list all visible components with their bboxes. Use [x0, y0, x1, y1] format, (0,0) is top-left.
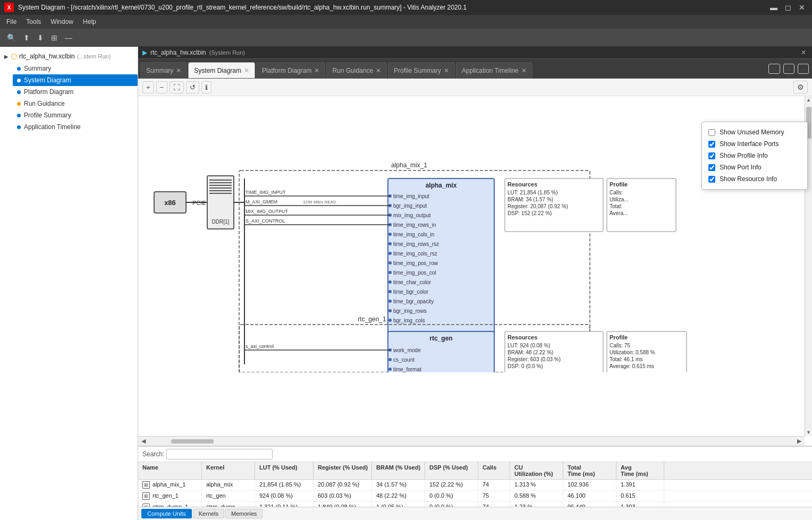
- settings-popup: Show Unused Memory Show Interface Ports …: [701, 122, 808, 190]
- layout-btn[interactable]: ⊞: [48, 32, 60, 44]
- tab-platform-diagram[interactable]: Platform Diagram ✕: [256, 62, 325, 78]
- view-layout-btn2[interactable]: ⊞: [783, 64, 794, 74]
- resources2-reg: Register: 603 (0.03 %): [508, 356, 561, 362]
- refresh-btn[interactable]: ↺: [186, 81, 199, 93]
- svg-point-26: [388, 290, 392, 293]
- fit-btn[interactable]: ⛶: [170, 81, 184, 93]
- tab-app-timeline[interactable]: Application Timeline ✕: [456, 62, 532, 78]
- tree-collapse-arrow[interactable]: ▶: [4, 54, 9, 59]
- resources1-dsp: DSP: 152 (2.22 %): [508, 210, 552, 216]
- wire-mix-img-label: MIX_IMG_OUTPUT: [246, 209, 289, 214]
- project-tab-sub: (System Run): [209, 49, 245, 56]
- search-toolbar-btn[interactable]: 🔍: [4, 32, 19, 44]
- minimize-btn[interactable]: ▬: [767, 2, 780, 13]
- collapse-btn[interactable]: ⬆: [21, 32, 32, 44]
- sidebar-item-platform-diagram[interactable]: Platform Diagram: [13, 86, 138, 98]
- minus-btn[interactable]: —: [62, 32, 75, 44]
- cb-unused-memory[interactable]: [708, 129, 715, 136]
- project-tab-close[interactable]: ✕: [799, 49, 808, 56]
- close-btn[interactable]: ✕: [796, 2, 808, 13]
- settings-gear-btn[interactable]: ⚙: [793, 81, 808, 93]
- svg-text:bgr_img_input: bgr_img_input: [393, 203, 427, 209]
- maximize-btn[interactable]: ◻: [782, 2, 794, 13]
- h-scrollbar[interactable]: ◀ ▶: [138, 436, 805, 446]
- view-layout-btn3[interactable]: ⤢: [798, 64, 809, 74]
- cb-port-info[interactable]: [708, 164, 715, 171]
- expand-btn[interactable]: ⬇: [35, 32, 46, 44]
- resources2-lut: LUT: 924 (0.08 %): [508, 343, 551, 348]
- th-kernel: Kernel: [202, 462, 255, 479]
- zoom-in-btn[interactable]: +: [142, 81, 154, 93]
- td-dsp-0: 152 (2.22 %): [425, 480, 478, 490]
- footer-tab-kernels[interactable]: Kernels: [193, 509, 224, 518]
- tab-profile-summary[interactable]: Profile Summary ✕: [388, 62, 455, 78]
- menu-file[interactable]: File: [2, 16, 21, 27]
- td-reg-1: 603 (0.03 %): [314, 491, 372, 501]
- content-area: ▶ rtc_alpha_hw.xclbin (System Run) ✕ Sum…: [138, 47, 812, 520]
- tab-system-diagram[interactable]: System Diagram ✕: [188, 62, 255, 78]
- settings-resource-info[interactable]: Show Resource Info: [708, 173, 801, 185]
- td-name-2: ⊞ strm_dump_1: [138, 502, 202, 507]
- menu-tools[interactable]: Tools: [22, 16, 45, 27]
- sidebar-summary-label: Summary: [24, 65, 51, 72]
- cb-resource-info[interactable]: [708, 176, 715, 183]
- th-total: Total Time (ms): [563, 462, 616, 479]
- search-input[interactable]: [166, 449, 273, 459]
- menu-help[interactable]: Help: [79, 16, 100, 27]
- tab-system-diagram-label: System Diagram: [194, 67, 241, 74]
- settings-interface-ports[interactable]: Show Interface Ports: [708, 138, 801, 150]
- svg-point-20: [388, 261, 392, 265]
- table-row[interactable]: ⊞ rtc_gen_1 rtc_gen 924 (0.08 %) 603 (0.…: [138, 491, 812, 502]
- svg-point-39: [388, 368, 392, 371]
- zoom-out-btn[interactable]: −: [156, 81, 168, 93]
- wire-m-axi-label: M_AXI_GMEM: [246, 199, 277, 204]
- v-scroll-up[interactable]: ▲: [805, 96, 812, 104]
- x86-label: x86: [164, 199, 176, 207]
- sidebar-item-system-diagram[interactable]: System Diagram: [13, 74, 138, 86]
- search-bar: Search:: [138, 447, 812, 462]
- td-bram-0: 34 (1.57 %): [372, 480, 425, 490]
- menu-window[interactable]: Window: [46, 16, 78, 27]
- settings-port-info[interactable]: Show Port Info: [708, 161, 801, 173]
- footer-tab-memories[interactable]: Memories: [225, 509, 263, 518]
- rtc-gen-title: rtc_gen: [429, 335, 452, 342]
- resources1-reg: Register: 20,087 (0.92 %): [508, 203, 568, 209]
- tree-root[interactable]: ▶ ⬡ rtc_alpha_hw.xclbin (...stem Run): [0, 50, 138, 63]
- sidebar-tree: ▶ ⬡ rtc_alpha_hw.xclbin (...stem Run) Su…: [0, 47, 138, 136]
- td-name-0: ⊞ alpha_mix_1: [138, 480, 202, 490]
- profile2-total: Total: 46.1 ms: [610, 356, 642, 362]
- tab-platform-diagram-close[interactable]: ✕: [314, 67, 319, 74]
- cb-interface-ports[interactable]: [708, 141, 715, 148]
- profile-summary-dot: [17, 114, 21, 117]
- view-layout-btn1[interactable]: ☰: [768, 64, 780, 74]
- h-scroll-right[interactable]: ▶: [795, 438, 803, 445]
- h-scroll-left[interactable]: ◀: [139, 438, 148, 445]
- project-tab-icon: ▶: [142, 49, 147, 56]
- sidebar-item-app-timeline[interactable]: Application Timeline: [13, 121, 138, 133]
- tab-summary-close[interactable]: ✕: [176, 67, 181, 74]
- tab-run-guidance[interactable]: Run Guidance ✕: [326, 62, 387, 78]
- sidebar-item-summary[interactable]: Summary: [13, 63, 138, 74]
- th-name: Name: [138, 462, 202, 479]
- tab-summary[interactable]: Summary ✕: [140, 62, 187, 78]
- tab-system-diagram-close[interactable]: ✕: [244, 67, 249, 74]
- table-row[interactable]: ⊞ strm_dump_1 strm_dump 1,321 (0.11 %) 1…: [138, 502, 812, 507]
- project-tab[interactable]: ▶ rtc_alpha_hw.xclbin (System Run) ✕: [138, 47, 812, 59]
- sidebar-item-profile-summary[interactable]: Profile Summary: [13, 109, 138, 121]
- v-scroll-down[interactable]: ▼: [805, 429, 812, 436]
- footer-tab-compute-units[interactable]: Compute Units: [141, 509, 192, 518]
- titlebar-controls[interactable]: ▬ ◻ ✕: [767, 2, 808, 13]
- tab-run-guidance-close[interactable]: ✕: [376, 67, 381, 74]
- settings-unused-memory[interactable]: Show Unused Memory: [708, 126, 801, 138]
- cb-profile-info[interactable]: [708, 152, 715, 159]
- settings-profile-info[interactable]: Show Profile Info: [708, 150, 801, 161]
- sidebar-app-timeline-label: Application Timeline: [24, 123, 81, 131]
- tab-app-timeline-close[interactable]: ✕: [521, 67, 527, 74]
- profile1-avg: Avera...: [610, 210, 628, 216]
- sidebar-item-run-guidance[interactable]: Run Guidance: [13, 98, 138, 109]
- table-row[interactable]: ⊞ alpha_mix_1 alpha_mix 21,854 (1.85 %) …: [138, 480, 812, 491]
- info-btn[interactable]: ℹ: [201, 81, 212, 93]
- svg-point-24: [388, 280, 392, 284]
- tab-profile-summary-close[interactable]: ✕: [444, 67, 449, 74]
- settings-profile-info-label: Show Profile Info: [720, 152, 768, 159]
